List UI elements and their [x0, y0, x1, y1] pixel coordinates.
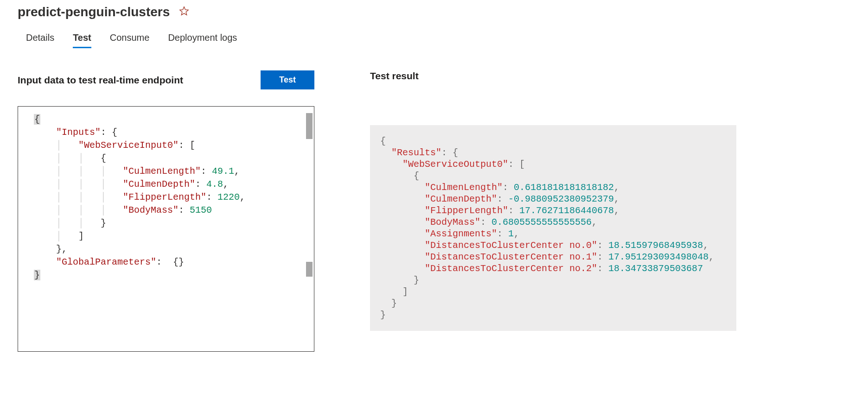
tab-deployment-logs[interactable]: Deployment logs — [168, 32, 237, 48]
code-brace-open: { — [34, 114, 40, 125]
r-body-mass-k: "BodyMass" — [425, 217, 480, 228]
tab-details[interactable]: Details — [26, 32, 54, 48]
r-assignments-k: "Assignments" — [425, 228, 497, 239]
r-culmen-length-k: "CulmenLength" — [425, 182, 503, 193]
input-header: Input data to test real-time endpoint — [18, 75, 183, 86]
v-culmen-depth: 4.8 — [206, 179, 223, 190]
r-flipper-length-k: "FlipperLength" — [425, 205, 508, 216]
k-flipper-length: "FlipperLength" — [123, 192, 206, 203]
r-culmen-depth-v: -0.9880952380952379 — [508, 194, 614, 204]
k-global-params: "GlobalParameters" — [56, 257, 156, 267]
r-d1-k: "DistancesToClusterCenter no.1" — [425, 252, 597, 262]
k-body-mass: "BodyMass" — [123, 205, 179, 215]
r-d0-k: "DistancesToClusterCenter no.0" — [425, 240, 597, 251]
tabs: Details Test Consume Deployment logs — [26, 32, 868, 48]
k-inputs: "Inputs" — [56, 127, 101, 138]
r-wso: "WebServiceOutput0" — [402, 159, 508, 170]
scrollbar-vertical-thumb-bottom[interactable] — [306, 262, 313, 277]
r-culmen-length-v: 0.6181818181818182 — [514, 182, 614, 193]
k-wsi: "WebServiceInput0" — [78, 140, 179, 151]
r-d2-k: "DistancesToClusterCenter no.2" — [425, 263, 597, 274]
v-culmen-length: 49.1 — [212, 166, 234, 177]
scrollbar-vertical-thumb-top[interactable] — [306, 113, 313, 139]
r-assignments-v: 1 — [508, 228, 514, 239]
r-d2-v: 18.34733879503687 — [608, 263, 703, 274]
r-flipper-length-v: 17.76271186440678 — [519, 205, 614, 216]
v-body-mass: 5150 — [190, 205, 212, 215]
title-row: predict-penguin-clusters — [18, 5, 868, 19]
r-d0-v: 18.51597968495938 — [608, 240, 703, 251]
svg-marker-0 — [180, 7, 188, 15]
input-header-row: Input data to test real-time endpoint Te… — [18, 70, 314, 89]
r-results: "Results" — [391, 147, 441, 158]
v-flipper-length: 1220 — [217, 192, 240, 203]
result-header: Test result — [370, 70, 736, 82]
favorite-star-icon[interactable] — [179, 6, 189, 18]
code-brace-close: } — [34, 270, 40, 280]
r-body-mass-v: 0.6805555555555556 — [491, 217, 592, 228]
test-button[interactable]: Test — [261, 70, 314, 89]
content-row: Input data to test real-time endpoint Te… — [18, 70, 868, 352]
page-title: predict-penguin-clusters — [18, 5, 170, 19]
input-code-editor[interactable]: { "Inputs": { │ "WebServiceInput0": [ │ … — [18, 106, 314, 352]
k-culmen-length: "CulmenLength" — [123, 166, 201, 177]
result-code-block: { "Results": { "WebServiceOutput0": [ { … — [370, 125, 736, 331]
tab-consume[interactable]: Consume — [110, 32, 150, 48]
r-culmen-depth-k: "CulmenDepth" — [425, 194, 497, 204]
r-d1-v: 17.951293093498048 — [608, 252, 708, 262]
tab-test[interactable]: Test — [73, 32, 91, 48]
k-culmen-depth: "CulmenDepth" — [123, 179, 195, 190]
